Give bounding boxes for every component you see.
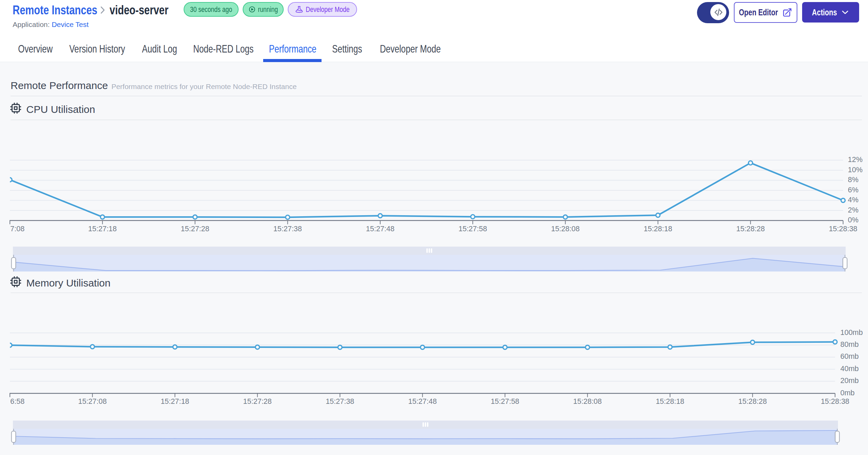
svg-text:4%: 4% — [848, 196, 858, 204]
svg-text:15:27:48: 15:27:48 — [366, 225, 395, 233]
svg-text:15:28:08: 15:28:08 — [551, 225, 580, 233]
svg-text:15:27:28: 15:27:28 — [181, 225, 210, 233]
svg-text:15:28:18: 15:28:18 — [644, 225, 672, 233]
svg-text:80mb: 80mb — [840, 340, 859, 349]
svg-text:15:28:08: 15:28:08 — [573, 397, 602, 406]
svg-text:0%: 0% — [848, 216, 858, 224]
svg-text:15:28:28: 15:28:28 — [738, 397, 767, 406]
svg-text:20mb: 20mb — [840, 377, 859, 385]
svg-text:6:58: 6:58 — [10, 397, 25, 406]
svg-text:60mb: 60mb — [840, 352, 859, 361]
svg-text:6%: 6% — [848, 186, 858, 194]
svg-text:15:27:58: 15:27:58 — [458, 225, 487, 233]
svg-text:15:28:18: 15:28:18 — [656, 397, 684, 406]
svg-text:12%: 12% — [848, 156, 863, 164]
svg-text:15:27:18: 15:27:18 — [161, 397, 189, 406]
svg-text:15:28:28: 15:28:28 — [736, 225, 765, 233]
svg-text:15:27:38: 15:27:38 — [326, 397, 354, 406]
svg-text:40mb: 40mb — [840, 365, 859, 373]
svg-text:15:27:58: 15:27:58 — [491, 397, 520, 406]
svg-text:2%: 2% — [848, 206, 858, 214]
svg-text:15:27:28: 15:27:28 — [243, 397, 272, 406]
svg-text:7:08: 7:08 — [10, 225, 25, 233]
svg-text:15:28:38: 15:28:38 — [821, 397, 850, 406]
svg-text:100mb: 100mb — [840, 328, 863, 337]
svg-text:0mb: 0mb — [840, 389, 855, 397]
svg-text:15:27:38: 15:27:38 — [273, 225, 302, 233]
svg-text:15:27:08: 15:27:08 — [78, 397, 107, 406]
svg-text:15:27:18: 15:27:18 — [88, 225, 117, 233]
svg-text:10%: 10% — [848, 166, 863, 174]
svg-text:8%: 8% — [848, 176, 858, 184]
svg-text:15:28:38: 15:28:38 — [829, 225, 857, 233]
svg-text:15:27:48: 15:27:48 — [408, 397, 437, 406]
